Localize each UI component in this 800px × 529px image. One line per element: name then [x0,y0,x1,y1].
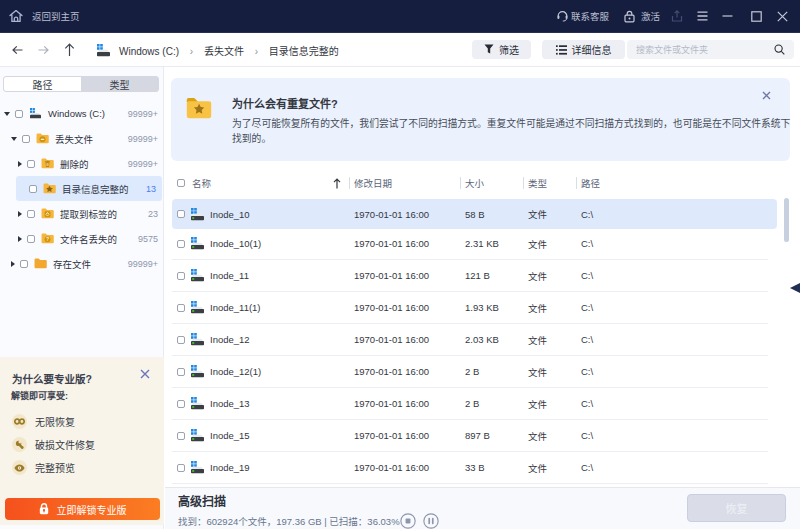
svg-text:?: ? [46,236,49,242]
